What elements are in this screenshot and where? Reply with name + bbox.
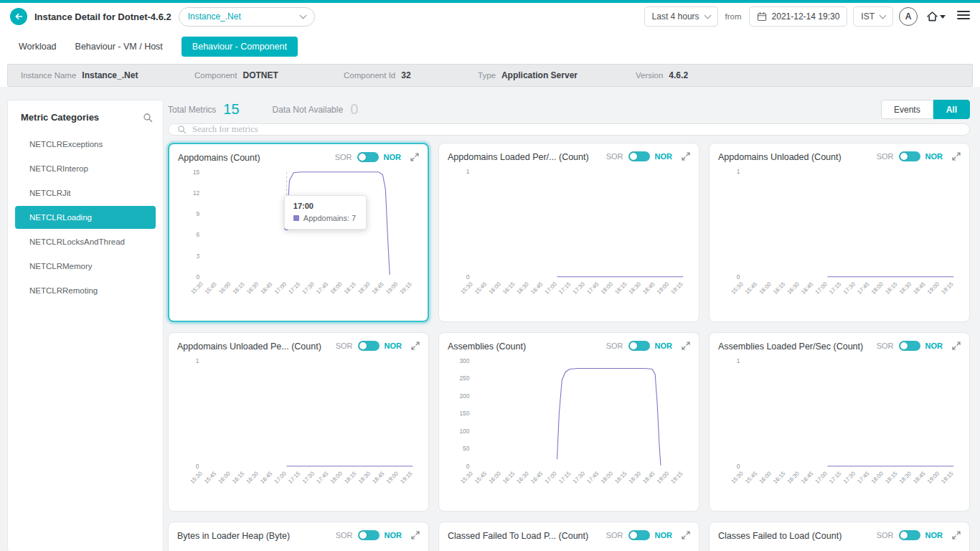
svg-text:16:00: 16:00	[217, 470, 232, 485]
svg-text:17:15: 17:15	[557, 470, 573, 485]
line-chart[interactable]: 0115:3015:4516:0016:1516:3016:4517:0017:…	[448, 164, 690, 309]
metrics-grid: Appdomains (Count) SOR NOR 0369121515:30…	[168, 143, 970, 551]
tab-workload[interactable]: Workload	[19, 37, 57, 57]
metric-card-title: Assemblies Loaded Per/Sec (Count)	[718, 339, 871, 352]
svg-text:15:45: 15:45	[473, 470, 489, 485]
metric-categories-panel: Metric Categories NETCLRExceptions NETCL…	[7, 100, 164, 551]
svg-text:3: 3	[197, 253, 200, 260]
expand-icon[interactable]	[410, 153, 419, 161]
events-button[interactable]: Events	[881, 100, 933, 119]
svg-text:19:00: 19:00	[385, 470, 400, 485]
sor-nor-toggle[interactable]	[357, 152, 379, 162]
back-button[interactable]	[10, 8, 27, 25]
sor-nor-toggle[interactable]	[358, 341, 380, 351]
line-chart[interactable]: 0115:3015:4516:0016:1516:3016:4517:0017:…	[718, 354, 961, 499]
expand-icon[interactable]	[411, 342, 420, 350]
timezone-select[interactable]: IST	[853, 6, 893, 27]
svg-text:17:45: 17:45	[856, 470, 871, 485]
metric-unit: (Count)	[559, 531, 589, 541]
sor-nor-toggle[interactable]	[899, 530, 920, 540]
chevron-down-icon	[299, 11, 306, 19]
toggle-knob	[630, 532, 637, 539]
sidebar-item-netclrlocksandthread[interactable]: NETCLRLocksAndThread	[15, 230, 156, 253]
metric-unit: (Count)	[812, 531, 842, 541]
line-chart[interactable]: 0369121515:3015:4516:0016:1516:3016:4517…	[178, 165, 419, 309]
metric-card[interactable]: Appdomains Loaded Per/... (Count) SOR NO…	[438, 143, 699, 322]
nor-label: NOR	[385, 531, 402, 540]
expand-icon[interactable]	[952, 152, 961, 161]
tab-behaviour-component[interactable]: Behaviour - Component	[182, 37, 298, 57]
svg-text:15:30: 15:30	[189, 281, 204, 296]
metric-name: Appdomains Unloaded	[718, 152, 811, 162]
tab-behaviour-vm-host[interactable]: Behaviour - VM / Host	[75, 37, 163, 57]
sor-nor-toggle[interactable]	[358, 530, 380, 540]
expand-icon[interactable]	[411, 531, 420, 540]
svg-text:16:15: 16:15	[772, 470, 787, 485]
date-picker[interactable]: 2021-12-14 19:30	[749, 6, 848, 27]
time-range-select[interactable]: Last 4 hours	[644, 6, 718, 27]
svg-text:18:45: 18:45	[371, 281, 385, 296]
svg-text:12: 12	[193, 190, 200, 197]
svg-text:16:00: 16:00	[488, 470, 503, 485]
sidebar-item-netclrmemory[interactable]: NETCLRMemory	[15, 255, 156, 278]
search-icon[interactable]	[143, 113, 153, 123]
expand-icon[interactable]	[682, 152, 690, 161]
svg-text:17:30: 17:30	[301, 281, 316, 296]
toggle-knob	[900, 342, 908, 349]
sor-nor-toggle[interactable]	[628, 530, 650, 540]
expand-icon[interactable]	[682, 531, 690, 540]
svg-text:16:15: 16:15	[772, 281, 787, 296]
chart-area[interactable]: 05010015020025030015:3015:4516:0016:1516…	[448, 354, 690, 499]
chart-area[interactable]: 0369121515:3015:4516:0016:1516:3016:4517…	[178, 165, 419, 309]
svg-text:17:00: 17:00	[544, 281, 559, 296]
sor-nor-toggle[interactable]	[899, 341, 920, 351]
svg-text:0: 0	[466, 273, 470, 281]
all-button[interactable]: All	[933, 100, 970, 119]
chart-area[interactable]: 0115:3015:4516:0016:1516:3016:4517:0017:…	[718, 354, 961, 499]
svg-text:17:45: 17:45	[315, 470, 330, 485]
svg-text:18:15: 18:15	[343, 281, 357, 296]
sidebar-item-netclrexceptions[interactable]: NETCLRExceptions	[15, 133, 156, 156]
sor-label: SOR	[606, 152, 623, 161]
expand-icon[interactable]	[952, 342, 961, 350]
metric-card[interactable]: Bytes in Loader Heap (Byte) SOR NOR	[168, 522, 429, 551]
svg-text:16:30: 16:30	[786, 470, 801, 485]
line-chart[interactable]: 05010015020025030015:3015:4516:0016:1516…	[448, 354, 690, 499]
search-input[interactable]	[192, 124, 961, 135]
sor-nor-toggle[interactable]	[899, 151, 920, 161]
sor-nor-toggle[interactable]	[628, 341, 650, 351]
line-chart[interactable]: 0115:3015:4516:0016:1516:3016:4517:0017:…	[718, 164, 961, 309]
toggle-knob	[900, 153, 908, 160]
svg-text:15:30: 15:30	[459, 281, 474, 296]
expand-icon[interactable]	[682, 342, 690, 350]
metric-card[interactable]: Classes Failed to Load (Count) SOR NOR	[709, 522, 970, 551]
sidebar-item-netclrinterop[interactable]: NETCLRInterop	[15, 157, 156, 180]
chart-area[interactable]: 0115:3015:4516:0016:1516:3016:4517:0017:…	[177, 354, 420, 499]
date-value: 2021-12-14 19:30	[772, 11, 840, 22]
metric-card[interactable]: Assemblies (Count) SOR NOR 0501001502002…	[438, 332, 699, 512]
sidebar-item-netclrremoting[interactable]: NETCLRRemoting	[15, 279, 156, 302]
svg-text:19:15: 19:15	[669, 281, 684, 296]
metric-name: Assemblies	[448, 342, 496, 352]
menu-button[interactable]	[957, 10, 970, 23]
chart-area[interactable]: 0115:3015:4516:0016:1516:3016:4517:0017:…	[448, 164, 690, 309]
metric-card[interactable]: Appdomains Unloaded (Count) SOR NOR 0115…	[709, 143, 970, 322]
expand-icon[interactable]	[952, 531, 961, 540]
svg-text:200: 200	[460, 392, 470, 400]
svg-text:17:30: 17:30	[572, 281, 587, 296]
sidebar-item-netclrjit[interactable]: NETCLRJit	[15, 182, 156, 204]
svg-text:16:30: 16:30	[245, 281, 260, 296]
home-button[interactable]	[926, 11, 946, 22]
chart-area[interactable]: 0115:3015:4516:0016:1516:3016:4517:0017:…	[718, 164, 961, 309]
metric-card[interactable]: Classed Failed To Load P... (Count) SOR …	[438, 522, 699, 551]
metric-card-title: Appdomains Unloaded (Count)	[718, 150, 871, 163]
line-chart[interactable]: 0115:3015:4516:0016:1516:3016:4517:0017:…	[177, 354, 420, 499]
metric-card[interactable]: Assemblies Loaded Per/Sec (Count) SOR NO…	[709, 332, 970, 512]
avatar[interactable]: A	[899, 7, 918, 26]
metric-card-title: Classes Failed to Load (Count)	[718, 529, 871, 542]
metric-card[interactable]: Appdomains Unloaded Pe... (Count) SOR NO…	[168, 332, 429, 512]
sidebar-item-netclrloading[interactable]: NETCLRLoading	[15, 206, 156, 229]
sor-nor-toggle[interactable]	[628, 151, 650, 161]
instance-select[interactable]: Instance_.Net	[179, 7, 315, 27]
metric-card[interactable]: Appdomains (Count) SOR NOR 0369121515:30…	[168, 143, 429, 322]
